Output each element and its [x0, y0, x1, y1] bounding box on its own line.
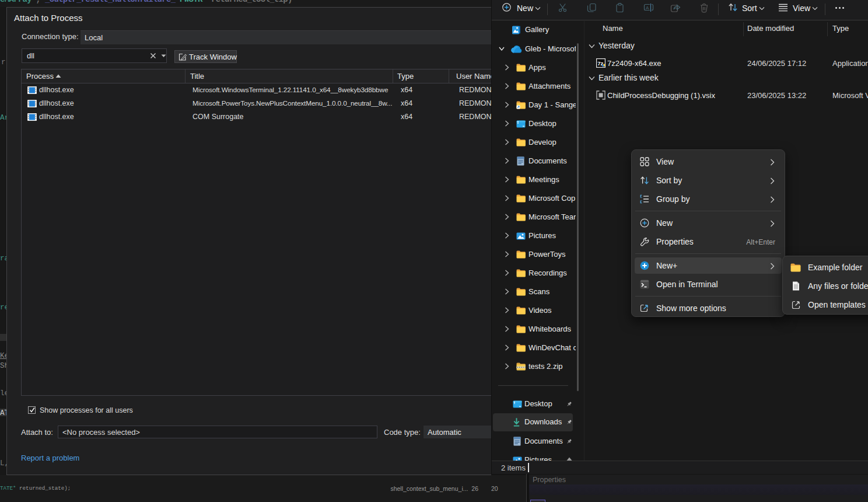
svg-text:A: A [646, 5, 649, 11]
